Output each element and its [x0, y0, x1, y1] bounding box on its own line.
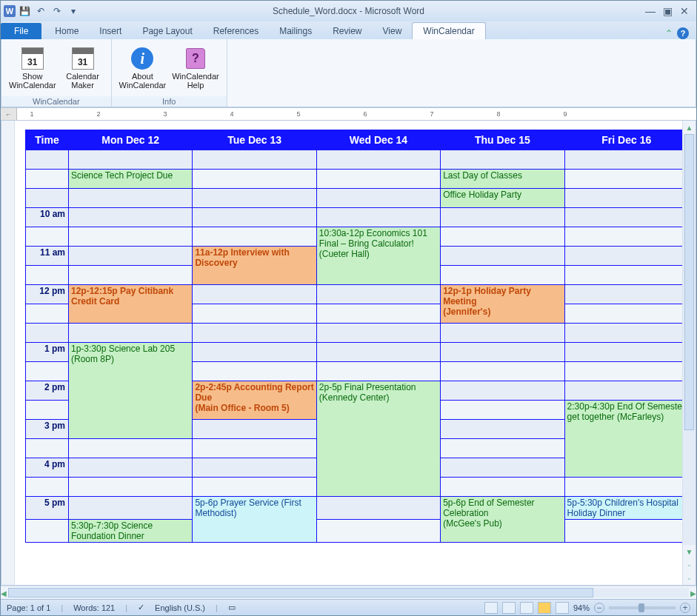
- tab-wincalendar[interactable]: WinCalendar: [412, 22, 485, 39]
- time-cell: [26, 170, 69, 189]
- view-web-layout-button[interactable]: [520, 602, 533, 614]
- time-cell: 11 am: [26, 247, 69, 266]
- event-cell[interactable]: 11a-12p Interview with Discovery: [193, 247, 316, 285]
- scroll-thumb[interactable]: [684, 134, 694, 430]
- view-outline-button[interactable]: [538, 602, 551, 614]
- event-cell[interactable]: Science Tech Project Due: [69, 170, 193, 189]
- col-tue: Tue Dec 13: [193, 130, 316, 150]
- ribbon: 31 ShowWinCalendar 31 CalendarMaker WinC…: [1, 39, 696, 107]
- time-cell: 3 pm: [26, 420, 69, 439]
- qat-redo-button[interactable]: ↷: [50, 4, 64, 19]
- col-thu: Thu Dec 15: [441, 130, 564, 150]
- horizontal-scrollbar[interactable]: ◀ ▶: [1, 586, 696, 599]
- ribbon-group-label: Info: [112, 96, 227, 107]
- ribbon-group-wincalendar: 31 ShowWinCalendar 31 CalendarMaker WinC…: [1, 39, 112, 107]
- view-draft-button[interactable]: [556, 602, 569, 614]
- scroll-right-icon[interactable]: ▶: [690, 586, 696, 600]
- vertical-ruler[interactable]: [1, 121, 15, 585]
- help-icon[interactable]: ?: [677, 27, 689, 39]
- minimize-button[interactable]: —: [645, 5, 656, 17]
- scroll-down-icon[interactable]: ▼: [683, 545, 696, 558]
- event-cell[interactable]: 12p-12:15p Pay Citibank Credit Card: [69, 285, 193, 324]
- tab-home[interactable]: Home: [44, 23, 89, 39]
- col-wed: Wed Dec 14: [316, 130, 440, 150]
- event-cell[interactable]: 12p-1p Holiday Party Meeting (Jennifer's…: [441, 285, 564, 324]
- insert-mode-icon[interactable]: ▭: [228, 603, 236, 612]
- table-header-row: Time Mon Dec 12 Tue Dec 13 Wed Dec 14 Th…: [26, 130, 683, 150]
- ruler-corner: ⌐: [1, 108, 17, 120]
- event-cell[interactable]: 5p-6p End of Semester Celebration (McGee…: [441, 497, 564, 543]
- scroll-up-icon[interactable]: ▲: [683, 121, 696, 134]
- event-cell[interactable]: Office Holiday Party: [441, 189, 564, 208]
- col-time: Time: [26, 130, 69, 150]
- event-cell[interactable]: 2p-5p Final Presentation (Kennedy Center…: [316, 381, 440, 497]
- tab-review[interactable]: Review: [322, 23, 372, 39]
- qat-undo-button[interactable]: ↶: [33, 4, 48, 19]
- proofing-icon[interactable]: ✓: [138, 603, 144, 612]
- time-cell: [26, 401, 69, 420]
- about-wincalendar-button[interactable]: i AboutWinCalendar: [119, 47, 167, 90]
- zoom-out-button[interactable]: −: [594, 603, 604, 613]
- time-cell: [26, 362, 69, 381]
- time-cell: [26, 324, 69, 343]
- view-print-layout-button[interactable]: [484, 602, 498, 614]
- minimize-ribbon-icon[interactable]: ⌃: [665, 28, 673, 38]
- zoom-slider-thumb[interactable]: [638, 603, 644, 612]
- window-title: Schedule_Word.docx - Microsoft Word: [1, 6, 696, 16]
- event-cell[interactable]: 10:30a-12p Economics 101 Final – Bring C…: [316, 227, 440, 285]
- ribbon-group-label: WinCalendar: [1, 96, 111, 107]
- browse-next-icon[interactable]: ◦: [683, 572, 696, 585]
- status-words[interactable]: Words: 121: [73, 603, 115, 612]
- tab-mailings[interactable]: Mailings: [269, 23, 322, 39]
- show-wincalendar-button[interactable]: 31 ShowWinCalendar: [9, 47, 56, 90]
- status-bar: Page: 1 of 1| Words: 121| ✓ English (U.S…: [1, 599, 696, 615]
- tab-references[interactable]: References: [203, 23, 269, 39]
- calendar-table: Time Mon Dec 12 Tue Dec 13 Wed Dec 14 Th…: [25, 130, 682, 543]
- event-cell[interactable]: 2:30p-4:30p End Of Semester get together…: [564, 401, 682, 478]
- vertical-scrollbar[interactable]: ▲ ▼ ◦ ◦: [682, 121, 696, 585]
- event-cell[interactable]: 5p-6p Prayer Service (First Methodist): [193, 497, 316, 543]
- event-cell[interactable]: Last Day of Classes: [441, 170, 564, 189]
- hscroll-thumb[interactable]: [8, 588, 593, 597]
- file-tab[interactable]: File: [1, 23, 41, 39]
- help-book-icon: ?: [186, 48, 205, 69]
- wincalendar-help-button[interactable]: ? WinCalendarHelp: [172, 47, 219, 90]
- event-cell[interactable]: 5p-5:30p Children's Hospital Holiday Din…: [564, 497, 682, 520]
- info-icon: i: [131, 47, 153, 70]
- horizontal-ruler[interactable]: ⌐ 123456789: [1, 107, 696, 121]
- time-cell: [26, 520, 69, 543]
- status-language[interactable]: English (U.S.): [155, 603, 205, 612]
- zoom-level[interactable]: 94%: [573, 603, 590, 612]
- zoom-slider[interactable]: [609, 606, 676, 609]
- document-content[interactable]: Time Mon Dec 12 Tue Dec 13 Wed Dec 14 Th…: [15, 121, 682, 585]
- col-fri: Fri Dec 16: [564, 130, 682, 150]
- event-cell[interactable]: 5:30p-7:30p Science Foundation Dinner: [69, 520, 193, 543]
- ribbon-tabstrip: File Home Insert Page Layout References …: [1, 21, 696, 39]
- time-cell: 4 pm: [26, 458, 69, 478]
- tab-page-layout[interactable]: Page Layout: [132, 23, 202, 39]
- tab-view[interactable]: View: [373, 23, 413, 39]
- tab-insert[interactable]: Insert: [89, 23, 132, 39]
- word-app-icon: W: [4, 5, 16, 17]
- time-cell: 5 pm: [26, 497, 69, 520]
- zoom-in-button[interactable]: +: [680, 603, 690, 613]
- time-cell: [26, 439, 69, 458]
- close-button[interactable]: ✕: [680, 5, 689, 17]
- time-cell: [26, 189, 69, 208]
- scroll-left-icon[interactable]: ◀: [1, 586, 7, 600]
- time-cell: 2 pm: [26, 381, 69, 401]
- browse-prev-icon[interactable]: ◦: [683, 558, 696, 572]
- titlebar: W 💾 ↶ ↷ ▾ Schedule_Word.docx - Microsoft…: [1, 1, 696, 21]
- time-cell: [26, 478, 69, 497]
- time-cell: 10 am: [26, 208, 69, 227]
- time-cell: [26, 266, 69, 285]
- qat-save-button[interactable]: 💾: [17, 4, 32, 19]
- view-fullscreen-button[interactable]: [502, 602, 516, 614]
- calendar-icon: 31: [72, 47, 94, 70]
- event-cell[interactable]: 2p-2:45p Accounting Report Due (Main Off…: [193, 381, 316, 420]
- maximize-button[interactable]: ▣: [663, 5, 673, 17]
- event-cell[interactable]: 1p-3:30p Science Lab 205 (Room 8P): [69, 343, 193, 439]
- status-page[interactable]: Page: 1 of 1: [7, 603, 50, 612]
- qat-customize-button[interactable]: ▾: [66, 4, 81, 19]
- calendar-maker-button[interactable]: 31 CalendarMaker: [62, 47, 104, 90]
